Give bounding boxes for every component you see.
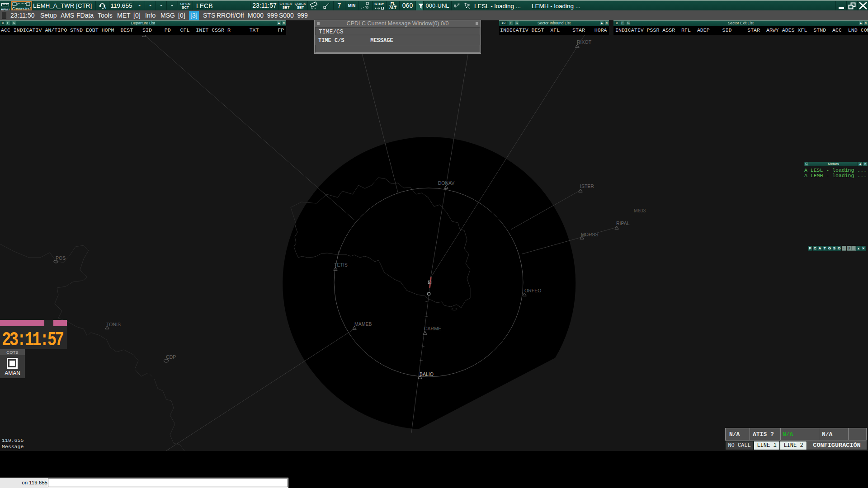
svg-text:DONAV: DONAV — [438, 180, 455, 186]
svg-text:RIXOT: RIXOT — [577, 39, 592, 45]
svg-text:M603: M603 — [634, 208, 646, 213]
svg-text:TONIS: TONIS — [106, 322, 121, 327]
svg-text:TETIS: TETIS — [334, 262, 348, 267]
svg-text:BALIO: BALIO — [420, 371, 434, 377]
svg-text:MAMEB: MAMEB — [354, 321, 372, 327]
svg-text:1: 1 — [105, 6, 106, 9]
svg-text:MORSS: MORSS — [581, 232, 599, 237]
svg-text:ISTER: ISTER — [580, 183, 594, 189]
svg-text:CARME: CARME — [424, 326, 441, 331]
svg-text:ORFEO: ORFEO — [524, 288, 541, 293]
svg-text:RIPAL: RIPAL — [616, 221, 630, 226]
svg-text:CDP: CDP — [166, 354, 176, 360]
svg-text:POS: POS — [56, 255, 66, 261]
